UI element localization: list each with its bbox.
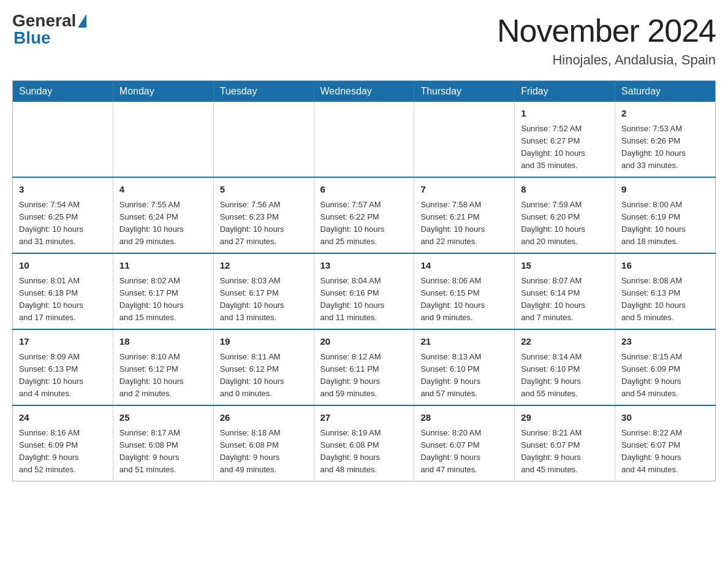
day-cell: 23Sunrise: 8:15 AMSunset: 6:09 PMDayligh… bbox=[615, 329, 716, 405]
column-header-monday: Monday bbox=[113, 81, 213, 102]
week-row-3: 10Sunrise: 8:01 AMSunset: 6:18 PMDayligh… bbox=[13, 253, 716, 329]
day-info: Sunrise: 8:04 AMSunset: 6:16 PMDaylight:… bbox=[320, 275, 408, 324]
day-info: Sunrise: 8:13 AMSunset: 6:10 PMDaylight:… bbox=[420, 351, 508, 400]
day-cell: 30Sunrise: 8:22 AMSunset: 6:07 PMDayligh… bbox=[615, 405, 716, 481]
day-info: Sunrise: 8:09 AMSunset: 6:13 PMDaylight:… bbox=[19, 351, 107, 400]
day-info: Sunrise: 8:18 AMSunset: 6:08 PMDaylight:… bbox=[220, 427, 308, 477]
day-number: 24 bbox=[19, 411, 107, 425]
day-cell: 5Sunrise: 7:56 AMSunset: 6:23 PMDaylight… bbox=[213, 177, 314, 253]
day-number: 10 bbox=[19, 259, 107, 273]
day-cell: 6Sunrise: 7:57 AMSunset: 6:22 PMDaylight… bbox=[314, 177, 414, 253]
day-number: 15 bbox=[521, 259, 609, 273]
column-header-wednesday: Wednesday bbox=[314, 81, 414, 102]
day-number: 30 bbox=[621, 411, 709, 425]
day-cell: 24Sunrise: 8:16 AMSunset: 6:09 PMDayligh… bbox=[13, 405, 113, 481]
day-number: 19 bbox=[220, 335, 308, 349]
day-info: Sunrise: 8:01 AMSunset: 6:18 PMDaylight:… bbox=[19, 275, 107, 324]
logo-general-label: General bbox=[12, 12, 76, 29]
day-number: 8 bbox=[521, 183, 609, 197]
week-row-1: 1Sunrise: 7:52 AMSunset: 6:27 PMDaylight… bbox=[13, 102, 716, 177]
day-cell: 14Sunrise: 8:06 AMSunset: 6:15 PMDayligh… bbox=[414, 253, 515, 329]
day-number: 16 bbox=[621, 259, 709, 273]
day-number: 28 bbox=[420, 411, 508, 425]
day-info: Sunrise: 7:58 AMSunset: 6:21 PMDaylight:… bbox=[420, 199, 508, 248]
day-cell: 20Sunrise: 8:12 AMSunset: 6:11 PMDayligh… bbox=[314, 329, 414, 405]
page-header: General Blue November 2024 Hinojales, An… bbox=[12, 12, 716, 68]
column-header-tuesday: Tuesday bbox=[213, 81, 314, 102]
day-cell: 7Sunrise: 7:58 AMSunset: 6:21 PMDaylight… bbox=[414, 177, 515, 253]
day-number: 1 bbox=[521, 107, 609, 121]
day-info: Sunrise: 8:19 AMSunset: 6:08 PMDaylight:… bbox=[320, 427, 408, 477]
day-number: 17 bbox=[19, 335, 107, 349]
day-cell: 27Sunrise: 8:19 AMSunset: 6:08 PMDayligh… bbox=[314, 405, 414, 481]
title-area: November 2024 Hinojales, Andalusia, Spai… bbox=[497, 12, 716, 68]
day-number: 14 bbox=[420, 259, 508, 273]
calendar-table: SundayMondayTuesdayWednesdayThursdayFrid… bbox=[12, 80, 716, 481]
day-cell: 18Sunrise: 8:10 AMSunset: 6:12 PMDayligh… bbox=[113, 329, 213, 405]
day-cell: 16Sunrise: 8:08 AMSunset: 6:13 PMDayligh… bbox=[615, 253, 716, 329]
day-info: Sunrise: 8:14 AMSunset: 6:10 PMDaylight:… bbox=[521, 351, 609, 400]
day-number: 18 bbox=[119, 335, 207, 349]
day-cell: 15Sunrise: 8:07 AMSunset: 6:14 PMDayligh… bbox=[515, 253, 615, 329]
day-number: 7 bbox=[420, 183, 508, 197]
day-number: 3 bbox=[19, 183, 107, 197]
week-row-5: 24Sunrise: 8:16 AMSunset: 6:09 PMDayligh… bbox=[13, 405, 716, 481]
day-cell: 2Sunrise: 7:53 AMSunset: 6:26 PMDaylight… bbox=[615, 102, 716, 177]
day-cell: 4Sunrise: 7:55 AMSunset: 6:24 PMDaylight… bbox=[113, 177, 213, 253]
day-number: 4 bbox=[119, 183, 207, 197]
day-cell: 8Sunrise: 7:59 AMSunset: 6:20 PMDaylight… bbox=[515, 177, 615, 253]
day-info: Sunrise: 8:15 AMSunset: 6:09 PMDaylight:… bbox=[621, 351, 709, 400]
day-number: 23 bbox=[621, 335, 709, 349]
day-info: Sunrise: 7:52 AMSunset: 6:27 PMDaylight:… bbox=[521, 123, 609, 172]
column-header-sunday: Sunday bbox=[13, 81, 113, 102]
day-number: 12 bbox=[220, 259, 308, 273]
day-cell: 11Sunrise: 8:02 AMSunset: 6:17 PMDayligh… bbox=[113, 253, 213, 329]
day-number: 25 bbox=[119, 411, 207, 425]
day-info: Sunrise: 7:56 AMSunset: 6:23 PMDaylight:… bbox=[220, 199, 308, 248]
column-header-saturday: Saturday bbox=[615, 81, 716, 102]
day-number: 13 bbox=[320, 259, 408, 273]
day-info: Sunrise: 8:12 AMSunset: 6:11 PMDaylight:… bbox=[320, 351, 408, 400]
day-info: Sunrise: 8:11 AMSunset: 6:12 PMDaylight:… bbox=[220, 351, 308, 400]
day-info: Sunrise: 8:16 AMSunset: 6:09 PMDaylight:… bbox=[19, 427, 107, 477]
day-info: Sunrise: 8:17 AMSunset: 6:08 PMDaylight:… bbox=[119, 427, 207, 477]
day-number: 9 bbox=[621, 183, 709, 197]
day-info: Sunrise: 8:07 AMSunset: 6:14 PMDaylight:… bbox=[521, 275, 609, 324]
day-number: 2 bbox=[621, 107, 709, 121]
logo-general-text: General bbox=[12, 12, 86, 29]
logo: General Blue bbox=[12, 12, 86, 47]
day-info: Sunrise: 8:20 AMSunset: 6:07 PMDaylight:… bbox=[420, 427, 508, 477]
day-cell: 22Sunrise: 8:14 AMSunset: 6:10 PMDayligh… bbox=[515, 329, 615, 405]
day-cell: 19Sunrise: 8:11 AMSunset: 6:12 PMDayligh… bbox=[213, 329, 314, 405]
day-cell: 26Sunrise: 8:18 AMSunset: 6:08 PMDayligh… bbox=[213, 405, 314, 481]
day-info: Sunrise: 7:55 AMSunset: 6:24 PMDaylight:… bbox=[119, 199, 207, 248]
day-cell bbox=[13, 102, 113, 177]
day-info: Sunrise: 8:21 AMSunset: 6:07 PMDaylight:… bbox=[521, 427, 609, 477]
day-cell: 25Sunrise: 8:17 AMSunset: 6:08 PMDayligh… bbox=[113, 405, 213, 481]
day-cell: 17Sunrise: 8:09 AMSunset: 6:13 PMDayligh… bbox=[13, 329, 113, 405]
day-info: Sunrise: 8:22 AMSunset: 6:07 PMDaylight:… bbox=[621, 427, 709, 477]
day-number: 27 bbox=[320, 411, 408, 425]
day-info: Sunrise: 8:08 AMSunset: 6:13 PMDaylight:… bbox=[621, 275, 709, 324]
day-cell: 13Sunrise: 8:04 AMSunset: 6:16 PMDayligh… bbox=[314, 253, 414, 329]
day-info: Sunrise: 8:00 AMSunset: 6:19 PMDaylight:… bbox=[621, 199, 709, 248]
day-cell bbox=[414, 102, 515, 177]
day-number: 6 bbox=[320, 183, 408, 197]
day-info: Sunrise: 7:53 AMSunset: 6:26 PMDaylight:… bbox=[621, 123, 709, 172]
logo-triangle-icon bbox=[78, 14, 86, 28]
day-cell: 10Sunrise: 8:01 AMSunset: 6:18 PMDayligh… bbox=[13, 253, 113, 329]
day-cell: 9Sunrise: 8:00 AMSunset: 6:19 PMDaylight… bbox=[615, 177, 716, 253]
day-cell bbox=[113, 102, 213, 177]
day-number: 11 bbox=[119, 259, 207, 273]
column-header-friday: Friday bbox=[515, 81, 615, 102]
calendar-title: November 2024 bbox=[497, 12, 716, 49]
day-info: Sunrise: 7:57 AMSunset: 6:22 PMDaylight:… bbox=[320, 199, 408, 248]
week-row-4: 17Sunrise: 8:09 AMSunset: 6:13 PMDayligh… bbox=[13, 329, 716, 405]
day-number: 20 bbox=[320, 335, 408, 349]
day-info: Sunrise: 8:10 AMSunset: 6:12 PMDaylight:… bbox=[119, 351, 207, 400]
day-number: 29 bbox=[521, 411, 609, 425]
day-info: Sunrise: 7:54 AMSunset: 6:25 PMDaylight:… bbox=[19, 199, 107, 248]
day-cell: 12Sunrise: 8:03 AMSunset: 6:17 PMDayligh… bbox=[213, 253, 314, 329]
day-info: Sunrise: 8:06 AMSunset: 6:15 PMDaylight:… bbox=[420, 275, 508, 324]
day-cell: 1Sunrise: 7:52 AMSunset: 6:27 PMDaylight… bbox=[515, 102, 615, 177]
